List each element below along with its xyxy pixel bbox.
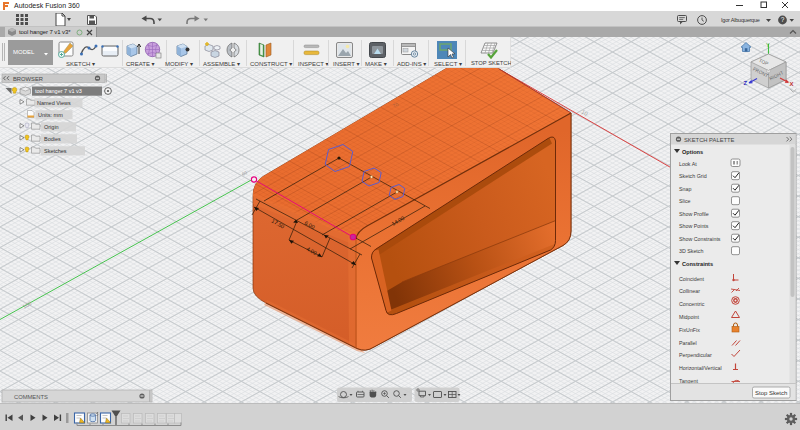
svg-text:Units: mm: Units: mm xyxy=(38,112,63,118)
svg-text:Collinear: Collinear xyxy=(679,288,700,294)
svg-text:Stop Sketch: Stop Sketch xyxy=(755,390,787,396)
svg-text:Named Views: Named Views xyxy=(37,100,71,106)
svg-text:BROWSER: BROWSER xyxy=(13,76,43,82)
svg-text:Show Profile: Show Profile xyxy=(679,211,709,217)
svg-text:FixUnFix: FixUnFix xyxy=(679,327,700,333)
svg-text:COMMENTS: COMMENTS xyxy=(14,394,48,400)
svg-text:3D Sketch: 3D Sketch xyxy=(679,248,703,254)
svg-text:Bodies: Bodies xyxy=(44,136,61,142)
svg-text:Sketch Grid: Sketch Grid xyxy=(679,173,707,179)
svg-text:Slice: Slice xyxy=(679,198,691,204)
svg-text:Origin: Origin xyxy=(44,124,59,130)
svg-text:Snap: Snap xyxy=(679,186,691,192)
svg-text:Midpoint: Midpoint xyxy=(679,314,700,320)
svg-text:Show Constraints: Show Constraints xyxy=(679,236,721,242)
svg-text:Parallel: Parallel xyxy=(679,340,697,346)
svg-text:SKETCH PALETTE: SKETCH PALETTE xyxy=(684,137,735,143)
svg-text:X: X xyxy=(790,81,794,87)
svg-text:Concentric: Concentric xyxy=(679,301,705,307)
svg-text:Options: Options xyxy=(682,149,703,155)
svg-text:Sketches: Sketches xyxy=(44,148,67,154)
svg-text:Horizontal/Vertical: Horizontal/Vertical xyxy=(679,365,722,371)
svg-text:tool hanger 7 v1 v3: tool hanger 7 v1 v3 xyxy=(35,88,82,94)
svg-text:Perpendicular: Perpendicular xyxy=(679,352,712,358)
svg-text:Y: Y xyxy=(766,42,770,48)
svg-text:Coincident: Coincident xyxy=(679,276,705,282)
svg-text:Z: Z xyxy=(744,80,748,86)
svg-text:Look At: Look At xyxy=(679,161,697,167)
svg-text:Constraints: Constraints xyxy=(682,261,713,267)
svg-text:Show Points: Show Points xyxy=(679,223,709,229)
svg-text:?: ? xyxy=(781,16,785,23)
